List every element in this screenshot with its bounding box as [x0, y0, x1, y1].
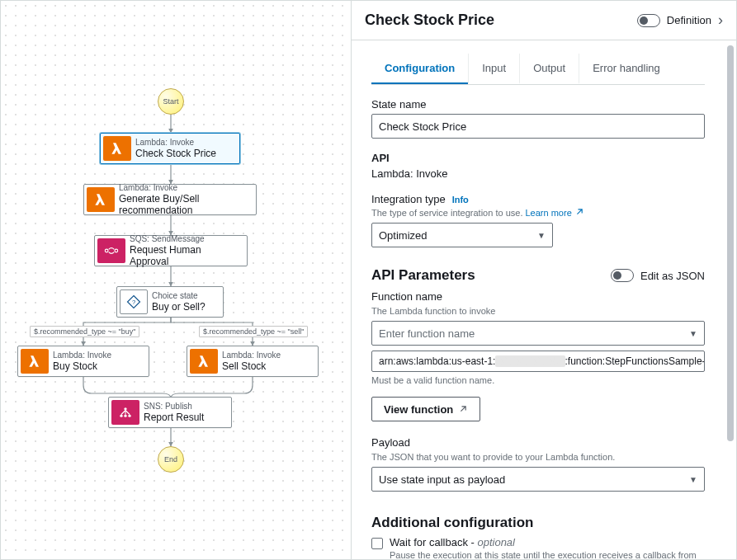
- svg-point-3: [124, 407, 126, 410]
- node-title: Request Human Approval: [130, 244, 239, 268]
- lambda-icon: [87, 187, 115, 212]
- lambda-icon: [103, 136, 131, 161]
- definition-toggle[interactable]: [637, 14, 660, 27]
- inspector-tabs: Configuration Input Output Error handlin…: [371, 54, 705, 85]
- branch-label-buy: $.recommended_type ~= "buy": [30, 326, 139, 337]
- api-value: Lambda: Invoke: [371, 167, 705, 180]
- node-title: Sell Stock: [222, 360, 281, 372]
- tab-input[interactable]: Input: [468, 54, 519, 84]
- panel-title: Check Stock Price: [365, 12, 494, 29]
- tab-configuration[interactable]: Configuration: [371, 54, 468, 84]
- chevron-right-icon[interactable]: ›: [718, 12, 723, 29]
- wait-callback-label: Wait for callback -: [390, 536, 475, 548]
- api-label: API: [371, 152, 705, 164]
- node-report-result[interactable]: SNS: Publish Report Result: [108, 397, 232, 428]
- state-name-label: State name: [371, 98, 705, 111]
- node-subtitle: SNS: Publish: [144, 402, 204, 412]
- node-subtitle: Lambda: Invoke: [135, 138, 216, 148]
- node-subtitle: SQS: SendMessage: [130, 234, 239, 244]
- end-terminal: End: [158, 446, 184, 473]
- node-title: Buy Stock: [53, 360, 111, 372]
- state-name-input[interactable]: [371, 114, 705, 139]
- view-function-button[interactable]: View function: [371, 397, 480, 421]
- node-title: Check Stock Price: [135, 148, 216, 159]
- workflow-edges: [1, 1, 352, 560]
- tab-error-handling[interactable]: Error handling: [579, 54, 673, 84]
- integration-type-desc: The type of service integration to use.: [371, 208, 522, 218]
- edit-as-json-label: Edit as JSON: [640, 270, 705, 282]
- node-subtitle: Lambda: Invoke: [119, 183, 248, 193]
- sqs-icon: [97, 238, 125, 263]
- wait-callback-optional: optional: [477, 536, 515, 548]
- function-name-desc: The Lambda function to invoke: [371, 306, 705, 316]
- node-subtitle: Lambda: Invoke: [53, 351, 111, 360]
- function-name-hint: Must be a valid function name.: [371, 375, 705, 385]
- scrollbar-track[interactable]: [725, 40, 736, 559]
- function-name-label: Function name: [371, 290, 705, 303]
- node-buy-stock[interactable]: Lambda: Invoke Buy Stock: [17, 346, 149, 377]
- wait-callback-checkbox[interactable]: [371, 538, 383, 549]
- function-arn-display: arn:aws:lambda:us-east-1:000000000000:fu…: [371, 351, 705, 372]
- svg-point-4: [120, 415, 122, 417]
- payload-select[interactable]: Use state input as payload▼: [371, 467, 705, 492]
- sns-icon: [111, 400, 139, 425]
- api-parameters-heading: API Parameters: [371, 267, 475, 284]
- svg-point-0: [105, 249, 108, 252]
- svg-point-5: [124, 415, 126, 417]
- node-title: Buy or Sell?: [152, 301, 206, 313]
- node-title: Generate Buy/Sell recommendation: [119, 193, 248, 217]
- learn-more-link[interactable]: Learn more: [526, 208, 584, 218]
- svg-text:?: ?: [132, 299, 135, 306]
- node-subtitle: Choice state: [152, 291, 206, 301]
- integration-type-label: Integration type: [371, 193, 446, 205]
- lambda-icon: [190, 349, 218, 374]
- node-subtitle: Lambda: Invoke: [222, 351, 281, 360]
- workflow-canvas[interactable]: Start Lambda: Invoke Check Stock Price L…: [1, 1, 352, 559]
- node-choice-buy-or-sell[interactable]: ? Choice state Buy or Sell?: [116, 286, 224, 318]
- definition-label: Definition: [667, 14, 711, 26]
- choice-icon: ?: [120, 289, 148, 314]
- node-sell-stock[interactable]: Lambda: Invoke Sell Stock: [187, 346, 319, 377]
- function-name-select[interactable]: Enter function name▼: [371, 321, 705, 346]
- external-link-icon: [458, 404, 468, 414]
- wait-callback-desc: Pause the execution at this state until …: [390, 550, 703, 559]
- svg-point-6: [128, 415, 130, 417]
- node-title: Report Result: [144, 412, 204, 423]
- payload-desc: The JSON that you want to provide to you…: [371, 452, 705, 462]
- scrollbar-thumb[interactable]: [727, 45, 734, 441]
- branch-label-sell: $.recommended_type ~= "sell": [199, 326, 308, 337]
- external-link-icon: [574, 207, 584, 217]
- inspector-panel: Check Stock Price Definition › Configura…: [352, 1, 736, 559]
- lambda-icon: [21, 349, 49, 374]
- integration-type-select[interactable]: Optimized▼: [371, 223, 553, 247]
- additional-config-heading: Additional configuration: [371, 515, 705, 531]
- node-request-approval[interactable]: SQS: SendMessage Request Human Approval: [94, 235, 248, 266]
- tab-output[interactable]: Output: [519, 54, 579, 84]
- svg-point-1: [115, 249, 118, 252]
- edit-as-json-toggle[interactable]: [611, 269, 634, 282]
- node-generate-recommendation[interactable]: Lambda: Invoke Generate Buy/Sell recomme…: [83, 184, 257, 215]
- info-link[interactable]: Info: [452, 195, 469, 205]
- node-check-stock-price[interactable]: Lambda: Invoke Check Stock Price: [100, 133, 240, 164]
- start-terminal: Start: [158, 88, 184, 115]
- payload-label: Payload: [371, 436, 705, 449]
